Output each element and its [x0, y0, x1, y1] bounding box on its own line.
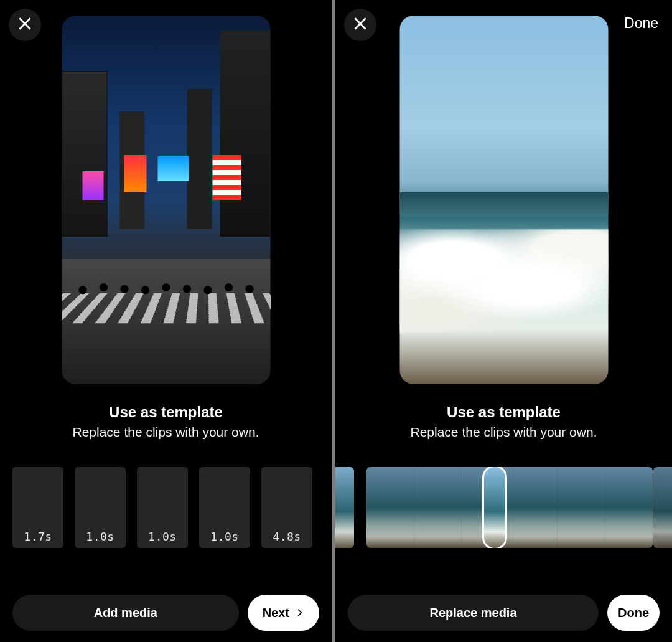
- clip-duration: 1.0s: [137, 530, 188, 543]
- close-button[interactable]: [344, 9, 376, 41]
- timeline-prev-clip[interactable]: [335, 467, 354, 548]
- action-bar: Add media Next: [12, 595, 319, 631]
- template-screen-replace: Done Use as template Replace the clips w…: [335, 0, 672, 642]
- done-button[interactable]: Done: [607, 595, 660, 631]
- timeline-next-clip[interactable]: [653, 467, 672, 548]
- clip-duration: 1.0s: [75, 530, 126, 543]
- timeline-filmstrip[interactable]: [366, 467, 653, 548]
- clip-slots: 1.7s 1.0s 1.0s 1.0s 4.8s: [12, 467, 332, 548]
- clip-slot[interactable]: 1.0s: [199, 467, 250, 548]
- clip-timeline: [335, 467, 672, 548]
- preview-media: [399, 16, 608, 384]
- button-label: Replace media: [429, 606, 516, 620]
- clip-slot[interactable]: 4.8s: [261, 467, 312, 548]
- button-label: Done: [624, 15, 658, 31]
- button-label: Next: [263, 606, 289, 620]
- template-info: Use as template Replace the clips with y…: [335, 404, 672, 440]
- replace-media-button[interactable]: Replace media: [348, 595, 599, 631]
- template-subtitle: Replace the clips with your own.: [335, 425, 672, 440]
- clip-duration: 4.8s: [261, 530, 312, 543]
- template-title: Use as template: [0, 404, 332, 421]
- close-icon: [352, 16, 368, 34]
- template-screen-empty: Use as template Replace the clips with y…: [0, 0, 332, 642]
- done-link[interactable]: Done: [624, 15, 658, 32]
- template-title: Use as template: [335, 404, 672, 421]
- button-label: Done: [618, 606, 649, 620]
- clip-slot[interactable]: 1.0s: [75, 467, 126, 548]
- button-label: Add media: [94, 606, 157, 620]
- clip-slot[interactable]: 1.0s: [137, 467, 188, 548]
- next-button[interactable]: Next: [248, 595, 319, 631]
- clip-duration: 1.7s: [12, 530, 63, 543]
- close-button[interactable]: [9, 9, 41, 41]
- chevron-right-icon: [296, 607, 304, 618]
- template-info: Use as template Replace the clips with y…: [0, 404, 332, 440]
- template-subtitle: Replace the clips with your own.: [0, 425, 332, 440]
- clip-duration: 1.0s: [199, 530, 250, 543]
- action-bar: Replace media Done: [348, 595, 660, 631]
- close-icon: [17, 16, 33, 34]
- clip-slot[interactable]: 1.7s: [12, 467, 63, 548]
- add-media-button[interactable]: Add media: [12, 595, 239, 631]
- timeline-playhead[interactable]: [482, 467, 507, 548]
- preview-media: [62, 16, 270, 384]
